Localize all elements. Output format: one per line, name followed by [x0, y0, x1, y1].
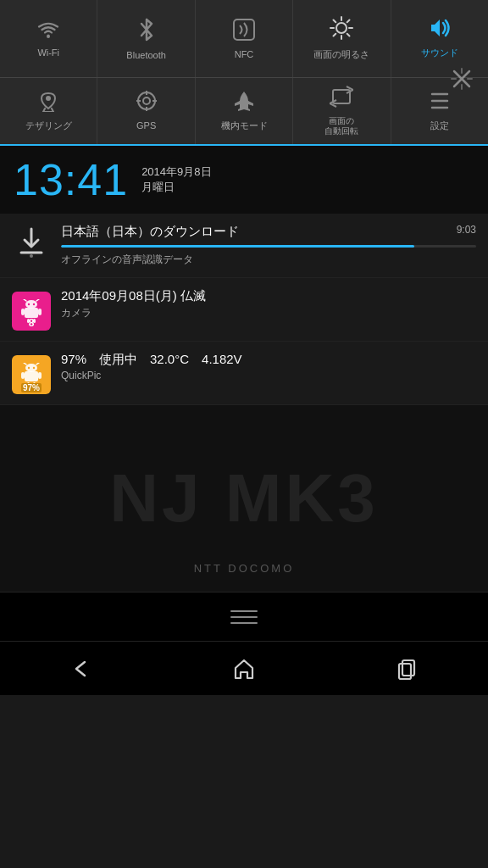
svg-rect-43 — [38, 372, 42, 379]
svg-line-30 — [36, 299, 39, 301]
svg-point-28 — [33, 303, 35, 305]
android-yellow-icon: 97% — [12, 355, 51, 394]
svg-rect-41 — [25, 371, 38, 381]
notif-camera-sub: カメラ — [61, 306, 476, 320]
svg-point-26 — [25, 300, 37, 309]
qs-tethering[interactable]: テザリング — [0, 78, 97, 144]
svg-line-10 — [334, 34, 336, 36]
svg-point-37 — [28, 367, 30, 369]
carrier-label: NTT DOCOMO — [194, 562, 295, 575]
qs-airplane[interactable]: 機内モード — [196, 78, 293, 144]
notif-quickpic-content: 97% 使用中 32.0°C 4.182V QuickPic — [61, 352, 476, 381]
nav-line-3 — [230, 622, 258, 624]
svg-rect-1 — [234, 19, 254, 40]
notif-camera-title-row: 2014年09月08日(月) 仏滅 — [61, 288, 476, 304]
svg-rect-32 — [21, 309, 25, 315]
android-pink-icon: 8 — [12, 292, 51, 331]
svg-point-27 — [28, 303, 30, 305]
qs-gps-label: GPS — [136, 120, 156, 131]
qs-settings-label: 設定 — [430, 120, 449, 131]
notif-quickpic-icon-wrap: 97% — [12, 352, 51, 394]
bottom-nav — [0, 641, 488, 695]
qs-airplane-label: 機内モード — [221, 120, 268, 131]
nav-line-1 — [230, 610, 258, 612]
notif-download-progress-track — [61, 245, 476, 248]
qs-wifi[interactable]: Wi-Fi — [0, 0, 97, 77]
qs-brightness[interactable]: 画面の明るさ — [293, 0, 391, 77]
qs-sound-label: サウンド — [421, 47, 458, 59]
notif-camera[interactable]: 8 2014年09月08日(月) 仏滅 カメラ — [0, 278, 488, 342]
clock-date: 2014年9月8日 — [141, 164, 211, 180]
qs-settings[interactable]: 設定 — [391, 78, 488, 144]
notif-quickpic-title: 97% 使用中 32.0°C 4.182V — [61, 352, 476, 368]
qs-autorotate[interactable]: 画面の 自動回転 — [293, 78, 391, 144]
wifi-icon — [37, 20, 59, 44]
qs-nfc[interactable]: NFC — [196, 0, 293, 77]
svg-line-7 — [334, 20, 336, 23]
qs-tethering-label: テザリング — [25, 120, 72, 131]
notif-camera-content: 2014年09月08日(月) 仏滅 カメラ — [61, 288, 476, 320]
quick-settings-row-2: テザリング GPS 機内モード — [0, 78, 488, 146]
sound-icon — [428, 18, 452, 43]
notif-download-title: 日本語（日本）のダウンロード — [61, 224, 450, 240]
svg-point-11 — [46, 96, 51, 101]
notif-download-title-row: 日本語（日本）のダウンロード 9:03 — [61, 224, 476, 240]
svg-line-39 — [24, 363, 26, 364]
svg-point-25 — [30, 254, 33, 258]
clock-time: 13:41 — [14, 154, 128, 205]
notif-camera-title: 2014年09月08日(月) 仏滅 — [61, 288, 476, 304]
qs-brightness-label: 画面の明るさ — [313, 48, 369, 61]
qs-autorotate-label: 画面の 自動回転 — [324, 116, 358, 136]
notif-quickpic-title-row: 97% 使用中 32.0°C 4.182V — [61, 352, 476, 368]
quickpic-badge: 97% — [21, 383, 42, 392]
watermark: NJ MK3 — [109, 459, 378, 537]
brightness-icon — [330, 16, 353, 45]
svg-rect-42 — [21, 372, 25, 379]
notif-download-sub: オフラインの音声認識データ — [61, 253, 476, 267]
download-icon — [18, 227, 45, 264]
camera-badge: 8 — [29, 317, 35, 329]
clock-date-block: 2014年9月8日 月曜日 — [141, 164, 211, 195]
tethering-icon — [36, 90, 60, 117]
svg-point-13 — [143, 97, 150, 104]
bluetooth-icon — [139, 18, 154, 47]
nav-line-2 — [230, 616, 258, 618]
svg-line-9 — [347, 20, 350, 23]
svg-point-36 — [25, 364, 37, 372]
notif-quickpic-sub: QuickPic — [61, 370, 476, 381]
nav-handle-bar[interactable] — [0, 592, 488, 641]
qs-bluetooth[interactable]: Bluetooth — [97, 0, 195, 77]
svg-point-2 — [336, 23, 347, 33]
nfc-icon — [233, 19, 255, 46]
qs-nfc-label: NFC — [235, 49, 254, 59]
notif-download-icon-wrap — [12, 224, 51, 264]
notif-download-time: 9:03 — [457, 224, 476, 236]
recents-button[interactable] — [381, 643, 432, 694]
home-button[interactable] — [219, 643, 269, 694]
svg-point-38 — [33, 367, 35, 369]
autorotate-icon — [330, 86, 353, 113]
background-area: NJ MK3 NTT DOCOMO — [0, 405, 488, 592]
notif-download-content: 日本語（日本）のダウンロード 9:03 オフラインの音声認識データ — [61, 224, 476, 267]
qs-gps[interactable]: GPS — [97, 78, 195, 144]
svg-point-0 — [47, 35, 50, 38]
notif-download[interactable]: 日本語（日本）のダウンロード 9:03 オフラインの音声認識データ — [0, 214, 488, 278]
notif-camera-icon-wrap: 8 — [12, 288, 51, 331]
notif-quickpic[interactable]: 97% 97% 使用中 32.0°C 4.182V QuickPic — [0, 342, 488, 405]
gps-icon — [136, 90, 158, 117]
clock-day: 月曜日 — [141, 180, 211, 195]
notif-download-progress-bar — [61, 245, 414, 248]
qs-bluetooth-label: Bluetooth — [126, 50, 165, 60]
nav-lines — [230, 610, 258, 624]
svg-line-40 — [36, 363, 39, 364]
svg-line-8 — [347, 34, 350, 36]
svg-line-29 — [24, 299, 26, 301]
svg-rect-47 — [402, 660, 414, 676]
airplane-icon — [233, 90, 255, 117]
back-button[interactable] — [56, 643, 107, 694]
svg-rect-33 — [38, 309, 42, 315]
clock-area: 13:41 2014年9月8日 月曜日 — [0, 146, 488, 214]
svg-rect-46 — [399, 664, 411, 679]
quick-settings-row-1: Wi-Fi Bluetooth NFC — [0, 0, 488, 78]
qs-sound[interactable]: サウンド — [391, 0, 488, 77]
